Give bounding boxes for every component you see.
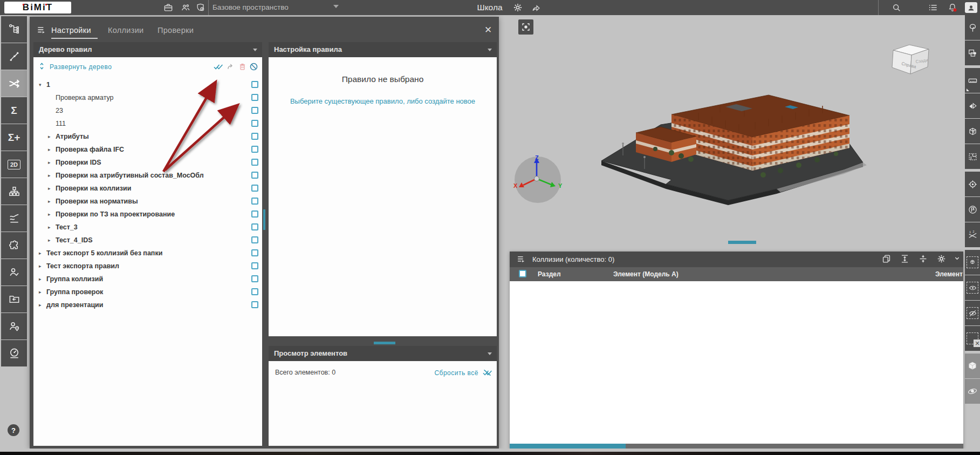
axis-gizmo[interactable]: Z X Y bbox=[512, 154, 566, 208]
chevron-right-icon[interactable]: ▸ bbox=[39, 302, 46, 308]
tree-item-checkbox[interactable] bbox=[251, 94, 258, 101]
collisions-menu-icon[interactable] bbox=[516, 254, 526, 264]
nature-tree-icon[interactable] bbox=[965, 15, 980, 40]
show-selection-icon[interactable] bbox=[965, 275, 980, 300]
share-icon[interactable] bbox=[531, 2, 542, 13]
tree-item[interactable]: ▸Группа проверок bbox=[33, 286, 262, 298]
tab-checks[interactable]: Проверки bbox=[157, 26, 194, 35]
tree-item-checkbox[interactable] bbox=[251, 275, 258, 282]
tree-item-checkbox[interactable] bbox=[251, 159, 258, 166]
rule-settings-collapse-icon[interactable] bbox=[488, 49, 492, 51]
2d-view-icon[interactable]: 2D bbox=[1, 151, 27, 178]
shield-coin-icon[interactable] bbox=[195, 2, 206, 13]
rules-tree-header[interactable]: Дерево правил bbox=[33, 42, 262, 57]
workspace-select[interactable]: Базовое пространство bbox=[213, 3, 289, 11]
column-section[interactable]: Раздел bbox=[538, 270, 561, 278]
team-icon[interactable] bbox=[180, 2, 191, 13]
chevron-down-icon[interactable]: ▾ bbox=[39, 82, 46, 87]
tree-item-checkbox[interactable] bbox=[251, 172, 258, 179]
tab-settings[interactable]: Настройки bbox=[51, 26, 91, 35]
tree-item[interactable]: ▸Проверки на нормативы bbox=[33, 195, 262, 208]
tree-item-checkbox[interactable] bbox=[251, 81, 258, 88]
ruler-icon[interactable] bbox=[965, 68, 980, 93]
copy-icon[interactable] bbox=[881, 254, 892, 264]
tree-item-checkbox[interactable] bbox=[251, 223, 258, 230]
gauge-icon[interactable] bbox=[1, 340, 27, 366]
tree-item[interactable]: ▸Атрибуты bbox=[33, 130, 262, 143]
chevron-right-icon[interactable]: ▸ bbox=[39, 276, 46, 282]
tree-item-checkbox[interactable] bbox=[251, 210, 258, 218]
list-icon[interactable] bbox=[928, 2, 938, 13]
account-icon[interactable] bbox=[965, 2, 977, 13]
focus-selection-button[interactable] bbox=[518, 19, 533, 35]
spline-branch-icon[interactable] bbox=[1, 43, 27, 70]
clear-selection-icon[interactable]: ✕ bbox=[965, 326, 980, 351]
hide-selection-icon[interactable] bbox=[965, 301, 980, 325]
reset-all-link[interactable]: Сбросить всё bbox=[434, 369, 478, 377]
tree-item[interactable]: Проверка арматур bbox=[33, 91, 262, 104]
tree-item-checkbox[interactable] bbox=[251, 288, 258, 295]
tree-item[interactable]: ▸Тест экспорт 5 коллизий без папки bbox=[33, 247, 262, 260]
column-resize-handle[interactable] bbox=[263, 209, 265, 230]
chevron-right-icon[interactable]: ▸ bbox=[48, 199, 56, 204]
sum-plus-icon[interactable]: Σ+ bbox=[1, 124, 27, 151]
orbit-view-icon[interactable] bbox=[965, 379, 980, 404]
tree-item[interactable]: ▸Тест экспорта правил bbox=[33, 260, 262, 273]
help-button[interactable]: ? bbox=[8, 424, 19, 436]
collisions-resize-handle[interactable] bbox=[728, 241, 756, 244]
column-model-a[interactable]: Элемент (Модель А) bbox=[613, 270, 679, 278]
collisions-gear-icon[interactable] bbox=[936, 254, 947, 264]
graph-waves-icon[interactable] bbox=[1, 205, 27, 232]
flag-circle-icon[interactable] bbox=[965, 197, 980, 222]
tree-item[interactable]: ▸Группа коллизий bbox=[33, 273, 262, 286]
rule-empty-hint[interactable]: Выберите существующее правило, либо созд… bbox=[269, 97, 497, 105]
chevron-right-icon[interactable]: ▸ bbox=[48, 186, 56, 191]
gear-icon[interactable] bbox=[512, 2, 523, 13]
isolate-selection-icon[interactable] bbox=[965, 250, 980, 275]
tree-item-checkbox[interactable] bbox=[251, 120, 258, 127]
tree-item[interactable]: ▸Тест_4_IDS bbox=[33, 234, 262, 247]
briefcase-icon[interactable] bbox=[163, 2, 174, 13]
tree-item[interactable]: ▸Проверки по ТЗ на проектирование bbox=[33, 208, 262, 221]
axes-numbers-icon[interactable]: 12 bbox=[965, 222, 980, 247]
search-icon[interactable] bbox=[891, 2, 902, 13]
user-check-icon[interactable] bbox=[1, 259, 27, 286]
floorplan-icon[interactable] bbox=[965, 144, 980, 169]
tree-item-checkbox[interactable] bbox=[251, 262, 258, 269]
folder-export-icon[interactable] bbox=[1, 286, 27, 313]
chevron-right-icon[interactable]: ▸ bbox=[48, 173, 56, 178]
chevron-right-icon[interactable]: ▸ bbox=[48, 212, 56, 217]
collapse-rows-icon[interactable] bbox=[918, 254, 929, 264]
column-model-b[interactable]: Элемент (Мо bbox=[935, 270, 963, 278]
select-all-checkbox[interactable] bbox=[519, 270, 526, 277]
chevron-right-icon[interactable]: ▸ bbox=[48, 134, 56, 139]
chevron-right-icon[interactable]: ▸ bbox=[39, 289, 46, 295]
tree-item[interactable]: 111 bbox=[33, 117, 262, 130]
check-all-icon[interactable] bbox=[213, 62, 223, 72]
cube-section-icon[interactable] bbox=[965, 119, 980, 144]
chevron-right-icon[interactable]: ▸ bbox=[48, 225, 56, 230]
tree-item[interactable]: ▸Проверки на атрибутивный состав_МосОбл bbox=[33, 169, 262, 182]
view-cube-solid-icon[interactable] bbox=[965, 354, 980, 378]
rule-settings-header[interactable]: Настройка правила bbox=[269, 42, 497, 57]
chevron-right-icon[interactable]: ▸ bbox=[48, 147, 56, 152]
tree-item-checkbox[interactable] bbox=[251, 301, 258, 308]
collisions-chevron-down-icon[interactable] bbox=[952, 254, 963, 264]
redo-icon[interactable] bbox=[226, 62, 235, 71]
app-logo[interactable]: BiMiT bbox=[4, 2, 71, 13]
tree-item[interactable]: ▸Тест_3 bbox=[33, 221, 262, 234]
block-icon[interactable] bbox=[249, 62, 259, 72]
chevron-right-icon[interactable]: ▸ bbox=[48, 237, 56, 243]
tree-item-checkbox[interactable] bbox=[251, 146, 258, 153]
tab-collisions[interactable]: Коллизии bbox=[108, 26, 143, 35]
sum-icon[interactable]: Σ bbox=[1, 97, 27, 124]
chevron-right-icon[interactable]: ▸ bbox=[39, 250, 46, 256]
delete-icon[interactable] bbox=[238, 62, 247, 71]
tree-item-checkbox[interactable] bbox=[251, 107, 258, 114]
reset-checks-icon[interactable] bbox=[482, 368, 492, 378]
panel-menu-icon[interactable] bbox=[36, 25, 47, 36]
rules-tree-collapse-icon[interactable] bbox=[253, 49, 257, 51]
collision-shuffle-icon[interactable] bbox=[1, 70, 27, 97]
elements-view-header[interactable]: Просмотр элементов bbox=[269, 346, 497, 361]
tree-item[interactable]: ▸Проверки на коллизии bbox=[33, 182, 262, 195]
